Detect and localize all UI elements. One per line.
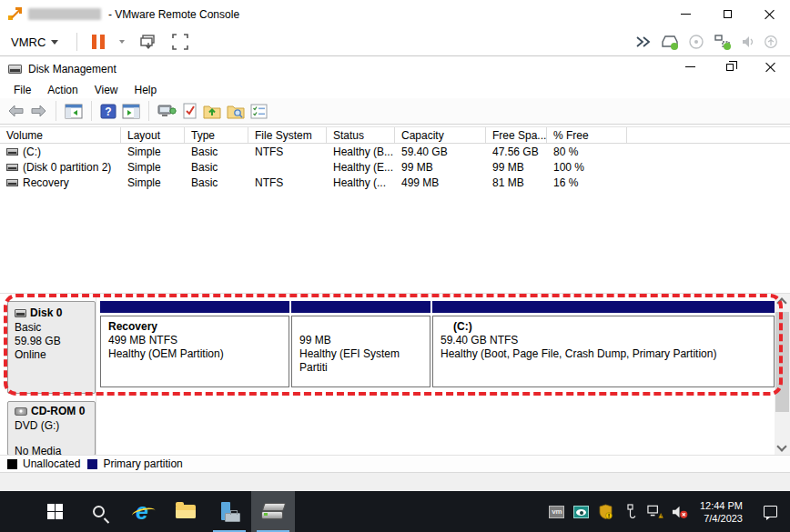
console-tree-icon[interactable] <box>65 104 83 119</box>
help-icon[interactable]: ? <box>100 104 116 119</box>
menu-file[interactable]: File <box>5 81 39 98</box>
clock-time: 12:44 PM <box>700 499 743 512</box>
graphical-view-pane: Disk 0 Basic 59.98 GB Online Recovery 49… <box>0 293 790 455</box>
taskbar: e vm <box>0 491 790 532</box>
minimize-button[interactable] <box>664 0 706 28</box>
action-pane-icon[interactable] <box>122 104 140 119</box>
disk-management-title: Disk Management <box>28 63 116 75</box>
network-device-icon[interactable] <box>714 34 732 50</box>
back-icon[interactable] <box>7 104 25 118</box>
volume-icon <box>6 179 18 186</box>
volume-capacity: 59.40 GB <box>395 146 486 158</box>
unallocated-swatch <box>7 459 17 469</box>
dm-minimize-button[interactable] <box>670 55 710 78</box>
window-controls <box>664 0 790 28</box>
suspend-button[interactable] <box>85 28 112 55</box>
column-header-type[interactable]: Type <box>185 127 248 143</box>
volume-fs: NTFS <box>248 176 327 189</box>
check-document-icon[interactable] <box>182 103 198 119</box>
checklist-icon[interactable] <box>250 104 268 119</box>
server-manager-button[interactable] <box>208 491 251 532</box>
partition-health: Healthy (EFI System Partiti <box>299 347 422 375</box>
volume-type: Basic <box>185 146 248 158</box>
usb-tray-button[interactable] <box>623 504 639 520</box>
sound-device-icon[interactable] <box>741 35 755 49</box>
volume-tray-button[interactable] <box>672 504 688 520</box>
start-button[interactable] <box>33 491 76 532</box>
dm-restore-button[interactable] <box>710 55 750 78</box>
scrollbar-thumb[interactable] <box>775 312 789 412</box>
vm-name-redacted <box>28 8 101 20</box>
eye-icon <box>573 506 589 518</box>
cd-device-icon[interactable] <box>688 34 704 50</box>
forward-icon[interactable] <box>30 104 47 118</box>
disk-management-taskbar-button[interactable] <box>251 491 295 532</box>
dm-close-button[interactable] <box>750 55 790 78</box>
hard-disk-device-icon[interactable] <box>661 34 679 50</box>
column-header-free-space[interactable]: Free Spa... <box>486 127 547 143</box>
action-center-icon[interactable] <box>764 506 777 517</box>
menu-help[interactable]: Help <box>127 81 166 98</box>
volume-fs: NTFS <box>248 146 327 158</box>
send-keys-icon <box>139 34 157 50</box>
status-bar <box>0 472 790 491</box>
partition-c[interactable]: (C:) 59.40 GB NTFS Healthy (Boot, Page F… <box>432 301 775 394</box>
minimize-icon <box>681 14 691 15</box>
taskbar-clock[interactable]: 12:44 PM 7/4/2023 <box>696 499 748 525</box>
cdrom0-name: CD-ROM 0 <box>31 405 85 417</box>
security-tray-button[interactable] <box>598 504 614 520</box>
close-button[interactable] <box>748 0 790 28</box>
table-row[interactable]: (Disk 0 partition 2) Simple Basic Health… <box>0 159 790 175</box>
internet-explorer-button[interactable]: e <box>120 491 164 532</box>
partition-recovery[interactable]: Recovery 499 MB NTFS Healthy (OEM Partit… <box>100 301 289 394</box>
file-explorer-button[interactable] <box>164 491 208 532</box>
vmrc-device-icons <box>635 34 790 50</box>
fullscreen-button[interactable] <box>165 28 196 55</box>
pane-divider <box>96 294 96 456</box>
scroll-up-icon[interactable] <box>776 297 786 307</box>
vmrc-menu-button[interactable]: VMRC <box>0 28 69 55</box>
folder-search-icon[interactable] <box>227 104 245 119</box>
table-row[interactable]: Recovery Simple Basic NTFS Healthy (... … <box>0 175 790 190</box>
toolbar-separator <box>91 101 92 121</box>
vertical-scrollbar[interactable] <box>775 294 790 456</box>
network-tray-button[interactable] <box>647 504 663 520</box>
expand-toolbar-icon[interactable] <box>635 36 652 47</box>
partition-color-bar <box>100 301 289 313</box>
folder-up-icon[interactable] <box>203 104 221 119</box>
remote-computer-icon[interactable] <box>157 104 177 119</box>
usb-device-icon[interactable] <box>765 35 777 49</box>
vmrc-toolbar: VMRC <box>0 28 790 56</box>
search-icon <box>93 506 105 517</box>
partition-size: 499 MB NTFS <box>108 334 281 347</box>
maximize-button[interactable] <box>706 0 748 28</box>
viewer-tray-button[interactable] <box>573 504 590 520</box>
chevron-down-icon <box>119 40 125 44</box>
volume-free: 81 MB <box>486 176 547 189</box>
maximize-icon <box>724 10 732 18</box>
volume-name: (C:) <box>23 146 41 158</box>
vmware-tools-tray-button[interactable]: vm <box>549 504 565 520</box>
disk-icon <box>15 309 26 317</box>
volume-layout: Simple <box>121 176 185 189</box>
column-header-pct-free[interactable]: % Free <box>547 127 627 143</box>
search-button[interactable] <box>76 491 120 532</box>
send-ctrl-alt-del-button[interactable] <box>132 28 165 55</box>
close-icon <box>765 9 775 19</box>
cdrom0-label-panel[interactable]: CD-ROM 0 DVD (G:) No Media <box>7 401 96 456</box>
partition-efi[interactable]: 99 MB Healthy (EFI System Partiti <box>291 301 430 394</box>
menu-view[interactable]: View <box>86 81 127 98</box>
scroll-down-icon[interactable] <box>776 441 786 451</box>
power-options-dropdown[interactable] <box>112 28 132 55</box>
menu-action[interactable]: Action <box>39 81 86 98</box>
column-header-status[interactable]: Status <box>327 127 395 143</box>
column-header-volume[interactable]: Volume <box>0 127 121 143</box>
column-header-capacity[interactable]: Capacity <box>395 127 486 143</box>
column-header-file-system[interactable]: File System <box>248 127 327 143</box>
toolbar-separator <box>148 101 149 121</box>
table-row[interactable]: (C:) Simple Basic NTFS Healthy (B... 59.… <box>0 144 790 159</box>
disk0-label-panel[interactable]: Disk 0 Basic 59.98 GB Online <box>7 301 96 394</box>
disk0-size: 59.98 GB <box>15 335 88 348</box>
legend-primary-label: Primary partition <box>103 457 182 470</box>
column-header-layout[interactable]: Layout <box>121 127 185 143</box>
